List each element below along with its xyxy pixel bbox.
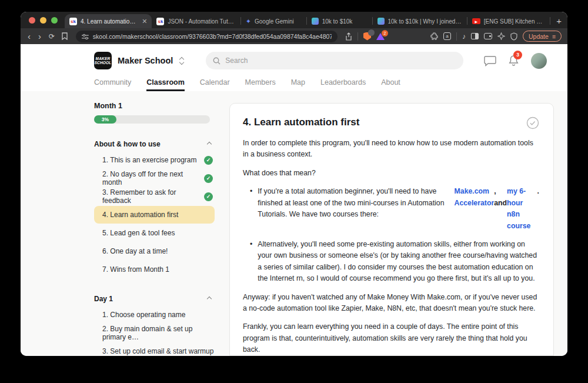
lesson-label: 1. Choose operating name — [102, 311, 185, 319]
lesson-title: 4. Learn automation first — [243, 116, 359, 128]
browser-window: sk 4. Learn automation first ✕ sk JSON -… — [21, 12, 567, 356]
tab-google-gemini[interactable]: ✦ Google Gemini — [241, 14, 306, 28]
completed-check-icon: ✓ — [204, 156, 213, 165]
lesson-item[interactable]: 3. Set up cold email & start warmup — [94, 342, 215, 356]
sidebar-toggle-icon[interactable] — [471, 33, 479, 39]
boxed-a-icon[interactable]: a — [443, 32, 451, 40]
logo-text: SCHOOL — [94, 61, 111, 65]
lesson-item[interactable]: 2. No days off for the next month ✓ — [94, 169, 215, 187]
address-bar[interactable]: skool.com/makerschool/classroom/9376603b… — [76, 31, 338, 42]
nav-leaderboards[interactable]: Leaderboards — [320, 78, 366, 91]
lesson-label: 1. This is an exercise program — [102, 156, 197, 164]
chat-icon — [484, 55, 496, 66]
close-window-button[interactable] — [29, 17, 35, 24]
progress-value: 3% — [94, 115, 116, 124]
nav-about[interactable]: About — [381, 78, 400, 91]
nav-map[interactable]: Map — [291, 78, 305, 91]
tab-label: 10k to $10k | Why I joined Ma — [388, 18, 462, 25]
section-title: About & how to use — [94, 140, 161, 148]
search-input[interactable]: Search — [206, 52, 463, 69]
nav-calendar[interactable]: Calendar — [200, 78, 230, 91]
lesson-item-active[interactable]: 4. Learn automation first — [94, 206, 215, 224]
tab-label: 4. Learn automation first — [81, 18, 137, 25]
user-avatar[interactable] — [531, 53, 547, 69]
chart-favicon — [312, 18, 319, 25]
lesson-card: 4. Learn automation first In order to co… — [229, 103, 554, 356]
tab-10k-to-10k[interactable]: 10k to $10k — [307, 14, 372, 28]
update-button[interactable]: Update ≡ — [523, 31, 562, 42]
collapse-chevron-icon[interactable] — [207, 297, 212, 301]
chat-button[interactable] — [484, 55, 496, 66]
lesson-label: 5. Lead gen & tool fees — [102, 229, 175, 237]
section-title: Day 1 — [94, 295, 113, 303]
bookmark-icon[interactable] — [61, 32, 68, 40]
lesson-label: 2. Buy main domain & set up primary e… — [102, 325, 215, 341]
nav-members[interactable]: Members — [245, 78, 276, 91]
desktop-background: sk 4. Learn automation first ✕ sk JSON -… — [0, 0, 588, 383]
lesson-item[interactable]: 2. Buy main domain & set up primary e… — [94, 324, 215, 342]
menu-icon[interactable]: ≡ — [552, 33, 556, 40]
media-control-icon[interactable]: ♪ — [462, 32, 466, 41]
bullet-item: Alternatively, you'll need some pre-exis… — [243, 239, 539, 285]
course-sidebar: Month 1 3% About & how to use 1. This is… — [94, 91, 215, 356]
minimize-window-button[interactable] — [40, 17, 46, 24]
lesson-item[interactable]: 7. Wins from Month 1 — [94, 261, 215, 278]
lesson-item[interactable]: 6. One day at a time! — [94, 242, 215, 260]
paragraph: What does that mean? — [243, 168, 539, 179]
tab-label: [ENG SUB] Kitchen Pom ทำอา — [484, 17, 546, 26]
reload-button[interactable]: ⟳ — [48, 33, 56, 40]
tab-json-automation-tutorials[interactable]: sk JSON - Automation Tutorials — [152, 14, 240, 28]
tab-label: 10k to $10k — [322, 18, 368, 25]
school-name[interactable]: Maker School — [118, 56, 173, 65]
wallet-icon[interactable] — [484, 33, 492, 39]
lesson-label: 3. Set up cold email & start warmup — [102, 347, 213, 355]
update-label: Update — [529, 33, 549, 40]
classroom-page: Month 1 3% About & how to use 1. This is… — [21, 91, 567, 356]
zoom-window-button[interactable] — [51, 17, 58, 24]
notifications-button[interactable]: 3 — [508, 55, 519, 67]
close-tab-icon[interactable]: ✕ — [141, 18, 147, 25]
lesson-label: 3. Remember to ask for feedback — [102, 188, 204, 205]
maker-school-logo[interactable]: MAKER SCHOOL — [94, 52, 112, 69]
youtube-favicon: ▶ — [472, 18, 480, 24]
extensions-icon[interactable] — [430, 32, 438, 40]
lesson-item[interactable]: 1. This is an exercise program ✓ — [94, 151, 215, 169]
tab-label: JSON - Automation Tutorials — [168, 18, 235, 25]
lesson-item[interactable]: 5. Lead gen & tool fees — [94, 224, 215, 242]
tune-icon[interactable] — [82, 34, 89, 39]
chart-favicon — [377, 18, 385, 25]
skool-header: MAKER SCHOOL Maker School Search — [21, 44, 567, 91]
brave-shields-icon[interactable] — [363, 32, 371, 41]
skool-favicon: sk — [69, 18, 77, 25]
nav-community[interactable]: Community — [94, 78, 131, 91]
vpn-shield-icon[interactable] — [510, 32, 517, 41]
tab-kitchen-pom[interactable]: ▶ [ENG SUB] Kitchen Pom ทำอา — [467, 14, 550, 28]
back-button[interactable]: ‹ — [26, 32, 32, 41]
lesson-label: 6. One day at a time! — [102, 247, 168, 255]
section-about-how-to-use[interactable]: About & how to use — [94, 138, 215, 151]
gemini-favicon: ✦ — [246, 18, 251, 25]
mark-complete-icon[interactable] — [526, 116, 539, 129]
share-icon[interactable] — [345, 32, 352, 41]
forward-button[interactable]: › — [37, 32, 42, 41]
browser-tab-bar: sk 4. Learn automation first ✕ sk JSON -… — [21, 12, 567, 28]
bullet-item: If you're a total automation beginner, y… — [243, 186, 539, 232]
brave-rewards-icon[interactable]: 2 — [376, 33, 385, 40]
toolbar-divider — [456, 32, 457, 41]
lesson-item[interactable]: 1. Choose operating name — [94, 306, 215, 324]
paragraph: Anyway: if you haven't watched any of Ma… — [243, 292, 539, 315]
lesson-item[interactable]: 3. Remember to ask for feedback ✓ — [94, 188, 215, 205]
tab-learn-automation[interactable]: sk 4. Learn automation first ✕ — [65, 14, 152, 28]
new-tab-button[interactable]: + — [550, 16, 567, 28]
completed-check-icon: ✓ — [204, 174, 213, 183]
community-nav: Community Classroom Calendar Members Map… — [21, 71, 567, 91]
section-day-1[interactable]: Day 1 — [94, 292, 215, 305]
tab-10k-why-i-joined[interactable]: 10k to $10k | Why I joined Ma — [373, 14, 467, 28]
nav-classroom[interactable]: Classroom — [146, 78, 185, 91]
notification-badge: 3 — [513, 51, 522, 59]
school-switcher-icon[interactable] — [180, 58, 183, 64]
collapse-chevron-icon[interactable] — [207, 142, 212, 146]
logo-text: MAKER — [96, 56, 111, 61]
lesson-label: 2. No days off for the next month — [102, 170, 204, 186]
leo-ai-icon[interactable] — [497, 32, 505, 40]
